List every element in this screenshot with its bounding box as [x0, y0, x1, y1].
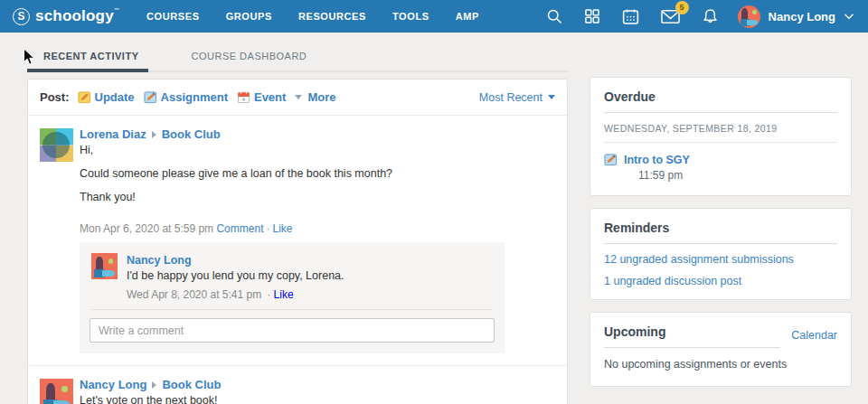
comment-meta-row: Wed Apr 8, 2020 at 5:41 pm ·Like: [127, 288, 495, 301]
nav-item-amp[interactable]: AMP: [456, 11, 479, 22]
breadcrumb-arrow-icon: [152, 381, 156, 389]
tab-course-dashboard[interactable]: COURSE DASHBOARD: [175, 47, 313, 72]
feed-post: Nancy LongBook Club Let's vote on the ne…: [28, 365, 567, 404]
reminder-link-ungraded-discussion[interactable]: 1 ungraded discussion post: [604, 275, 837, 287]
dot-separator: ·: [266, 222, 269, 235]
post-more-button[interactable]: More: [295, 90, 335, 104]
caret-down-icon: [548, 95, 555, 99]
update-icon: [78, 90, 91, 104]
comment-timestamp: Wed Apr 8, 2020 at 5:41 pm: [127, 288, 261, 301]
tab-recent-activity[interactable]: RECENT ACTIVITY: [27, 47, 148, 72]
author-link[interactable]: Nancy Long: [80, 378, 146, 391]
top-navbar: S schoology™ COURSES GROUPS RESOURCES TO…: [0, 0, 868, 33]
dot-separator: ·: [268, 288, 271, 301]
nav-item-resources[interactable]: RESOURCES: [298, 11, 366, 22]
commenter-avatar[interactable]: [91, 253, 118, 279]
overdue-item-time: 11:59 pm: [638, 169, 837, 182]
divider: [91, 309, 493, 310]
comment-block: Nancy Long I'd be happy you lend you my …: [80, 242, 505, 353]
sort-most-recent-dropdown[interactable]: Most Recent: [479, 91, 555, 104]
assignment-icon: [144, 90, 157, 104]
post-text: Hi,: [80, 144, 555, 156]
assignment-icon: [604, 153, 618, 166]
overdue-card: Overdue WEDNESDAY, SEPTEMBER 18, 2019 In…: [590, 77, 852, 196]
group-link[interactable]: Book Club: [162, 378, 221, 391]
upcoming-empty-text: No upcoming assignments or events: [604, 358, 837, 371]
post-assignment-button[interactable]: Assignment: [144, 90, 228, 104]
post-header: Nancy LongBook Club: [80, 378, 555, 391]
reminder-link-ungraded-assignments[interactable]: 12 ungraded assignment submissions: [604, 253, 837, 266]
activity-tabs: RECENT ACTIVITY COURSE DASHBOARD: [27, 47, 568, 72]
like-link[interactable]: Like: [272, 222, 292, 235]
post-timestamp: Mon Apr 6, 2020 at 5:59 pm: [80, 222, 213, 235]
trademark-mark: ™: [114, 7, 119, 13]
messages-badge: 5: [675, 1, 689, 14]
post-text: Could someone please give me a loan of t…: [80, 167, 555, 180]
nav-item-tools[interactable]: TOOLS: [392, 11, 429, 22]
mouse-cursor: [23, 48, 35, 66]
post-event-button[interactable]: 4 Event: [237, 90, 286, 104]
schoology-logo[interactable]: S schoology™: [13, 7, 119, 25]
caret-down-icon: [295, 95, 302, 99]
post-meta-row: Mon Apr 6, 2020 at 5:59 pm Comment·Like: [80, 222, 555, 235]
calendar-icon[interactable]: [621, 7, 640, 26]
overdue-title: Overdue: [604, 89, 837, 113]
svg-text:4: 4: [242, 97, 245, 102]
author-avatar[interactable]: [40, 128, 73, 162]
author-link[interactable]: Lorena Diaz: [80, 127, 146, 141]
post-header: Lorena DiazBook Club: [80, 127, 555, 141]
user-name: Nancy Long: [769, 10, 835, 23]
post-text: Let's vote on the next book!: [80, 394, 555, 404]
overdue-item: Intro to SGY: [604, 153, 837, 166]
right-sidebar: Overdue WEDNESDAY, SEPTEMBER 18, 2019 In…: [590, 77, 852, 404]
reminders-title: Reminders: [604, 221, 837, 244]
notifications-bell-icon[interactable]: [701, 7, 720, 26]
comment-text: I'd be happy you lend you my copy, Loren…: [127, 269, 495, 282]
upcoming-card: Upcoming Calendar No upcoming assignment…: [590, 312, 852, 387]
like-link[interactable]: Like: [274, 288, 294, 301]
post-bar: Post: Update Assignment: [28, 80, 567, 115]
search-icon[interactable]: [545, 7, 563, 25]
comment: Nancy Long I'd be happy you lend you my …: [90, 251, 495, 301]
calendar-link[interactable]: Calendar: [791, 329, 837, 348]
commenter-link[interactable]: Nancy Long: [127, 254, 192, 267]
overdue-date: WEDNESDAY, SEPTEMBER 18, 2019: [604, 123, 837, 143]
post-label: Post:: [40, 90, 70, 104]
main-nav: COURSES GROUPS RESOURCES TOOLS AMP: [146, 11, 505, 22]
chevron-down-icon: [843, 10, 855, 23]
breadcrumb-arrow-icon: [152, 131, 156, 138]
feed-post: Lorena DiazBook Club Hi, Could someone p…: [28, 115, 567, 365]
messages-icon[interactable]: 5: [660, 7, 681, 26]
comment-link[interactable]: Comment: [216, 222, 263, 235]
write-comment-input[interactable]: [90, 318, 495, 343]
author-avatar[interactable]: [40, 379, 73, 404]
user-avatar: [738, 5, 760, 28]
apps-grid-icon[interactable]: [583, 7, 601, 25]
user-menu[interactable]: Nancy Long: [738, 5, 855, 28]
post-text: Thank you!: [80, 191, 555, 203]
nav-item-courses[interactable]: COURSES: [146, 11, 200, 22]
nav-item-groups[interactable]: GROUPS: [226, 11, 272, 22]
schoology-s-icon: S: [13, 8, 30, 25]
group-link[interactable]: Book Club: [162, 127, 221, 141]
activity-feed-card: Post: Update Assignment: [27, 79, 568, 404]
event-icon: 4: [237, 90, 250, 104]
overdue-item-link[interactable]: Intro to SGY: [624, 154, 690, 166]
brand-text: schoology™: [35, 7, 119, 25]
post-update-button[interactable]: Update: [78, 90, 135, 104]
reminders-card: Reminders 12 ungraded assignment submiss…: [590, 208, 852, 300]
upcoming-header: Upcoming Calendar: [604, 324, 837, 348]
page-body: RECENT ACTIVITY COURSE DASHBOARD Post: U…: [0, 33, 868, 404]
upcoming-title: Upcoming: [604, 324, 780, 348]
